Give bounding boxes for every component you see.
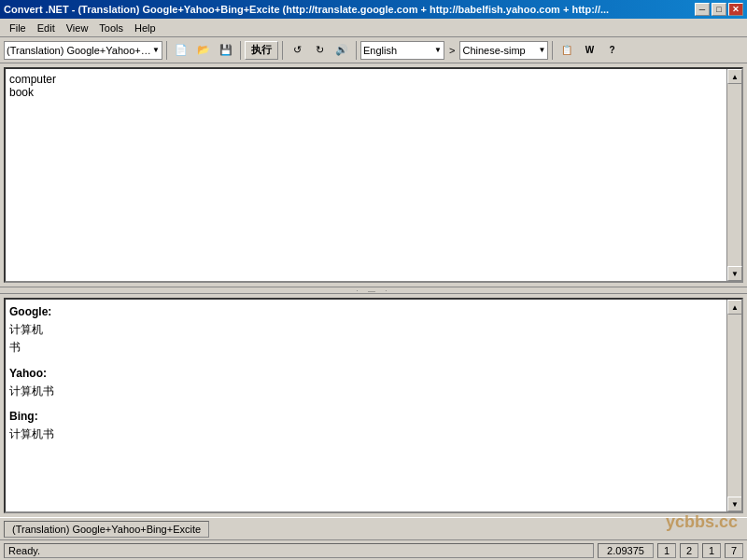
status-version: 2.09375 <box>598 543 654 558</box>
input-scrollbar: ▲ ▼ <box>726 69 741 281</box>
output-bing-label: Bing: <box>9 408 723 426</box>
taskbar-item[interactable]: (Translation) Google+Yahoo+Bing+Excite <box>4 521 209 538</box>
maximize-icon: □ <box>716 5 721 14</box>
output-section-yahoo: Yahoo: 计算机书 <box>9 365 723 400</box>
source-lang-label: English <box>363 45 434 56</box>
undo-button[interactable]: ↺ <box>287 40 307 61</box>
close-icon: ✕ <box>732 5 740 14</box>
menu-file[interactable]: File <box>4 21 32 35</box>
output-yahoo-label: Yahoo: <box>9 365 723 383</box>
extra-icon-1: 📋 <box>561 45 572 55</box>
lang-direction-arrow: > <box>446 45 458 56</box>
output-section-bing: Bing: 计算机书 <box>9 408 723 443</box>
separator-5 <box>552 41 553 60</box>
redo-button[interactable]: ↻ <box>309 40 330 61</box>
output-bing-text: 计算机书 <box>9 426 723 443</box>
taskbar: (Translation) Google+Yahoo+Bing+Excite <box>0 517 747 539</box>
window-title: Convert .NET - (Translation) Google+Yaho… <box>4 4 695 15</box>
profile-dropdown[interactable]: (Translation) Google+Yahoo+Bing+E ▼ <box>4 41 162 60</box>
status-page3: 1 <box>702 543 721 558</box>
menu-edit[interactable]: Edit <box>32 21 61 35</box>
watermark: ycbbs.cc <box>666 512 738 532</box>
status-page1-text: 1 <box>664 545 669 556</box>
output-content: Google: 计算机书 Yahoo: 计算机书 Bing: 计算机书 <box>6 300 726 511</box>
status-ready: Ready. <box>4 543 594 558</box>
separator-2 <box>240 41 241 60</box>
status-page1: 1 <box>657 543 676 558</box>
save-icon: 💾 <box>219 44 233 56</box>
wiki-btn[interactable]: W <box>579 40 599 61</box>
profile-dropdown-arrow: ▼ <box>152 46 160 54</box>
main-content: computer book ▲ ▼ · — · Google: 计算机书 Yah… <box>0 63 747 517</box>
new-button[interactable]: 📄 <box>171 40 191 61</box>
stop-button[interactable]: 🔊 <box>331 40 352 61</box>
toolbar: (Translation) Google+Yahoo+Bing+E ▼ 📄 📂 … <box>0 37 747 63</box>
target-lang-dropdown[interactable]: Chinese-simp ▼ <box>459 41 548 60</box>
status-page3-text: 1 <box>709 545 714 556</box>
window-controls: ─ □ ✕ <box>695 3 743 16</box>
target-lang-arrow: ▼ <box>539 46 546 54</box>
input-scroll-down[interactable]: ▼ <box>727 266 742 281</box>
menu-help[interactable]: Help <box>129 21 162 35</box>
output-yahoo-text: 计算机书 <box>9 383 723 400</box>
save-button[interactable]: 💾 <box>216 40 236 61</box>
minimize-button[interactable]: ─ <box>695 3 710 16</box>
help-icon: ? <box>609 45 614 55</box>
output-scroll-track[interactable] <box>727 315 741 497</box>
splitter[interactable]: · — · <box>0 287 747 294</box>
status-page2-text: 2 <box>686 545 692 556</box>
status-bar: Ready. 2.09375 1 2 1 7 <box>0 539 747 560</box>
separator-3 <box>282 41 283 60</box>
source-lang-dropdown[interactable]: English ▼ <box>360 41 444 60</box>
close-button[interactable]: ✕ <box>728 3 743 16</box>
redo-icon: ↻ <box>316 44 324 56</box>
menu-tools[interactable]: Tools <box>93 21 129 35</box>
status-page4: 7 <box>725 543 743 558</box>
profile-dropdown-label: (Translation) Google+Yahoo+Bing+E <box>7 45 152 56</box>
output-scroll-up[interactable]: ▲ <box>727 300 742 315</box>
input-scroll-up[interactable]: ▲ <box>727 69 742 84</box>
output-pane: Google: 计算机书 Yahoo: 计算机书 Bing: 计算机书 ▲ ▼ <box>4 298 743 513</box>
wiki-icon: W <box>585 45 594 55</box>
status-version-text: 2.09375 <box>607 545 644 556</box>
input-textarea[interactable]: computer book <box>6 69 726 281</box>
separator-1 <box>166 41 167 60</box>
splitter-dots: · — · <box>357 287 391 295</box>
undo-icon: ↺ <box>293 44 302 56</box>
separator-4 <box>356 41 357 60</box>
input-pane: computer book ▲ ▼ <box>4 67 743 283</box>
open-button[interactable]: 📂 <box>193 40 214 61</box>
title-bar: Convert .NET - (Translation) Google+Yaho… <box>0 0 747 19</box>
target-lang-label: Chinese-simp <box>462 45 538 56</box>
extra-btn-1[interactable]: 📋 <box>557 40 577 61</box>
taskbar-item-label: (Translation) Google+Yahoo+Bing+Excite <box>12 524 201 535</box>
minimize-icon: ─ <box>699 5 705 14</box>
status-ready-text: Ready. <box>8 545 40 556</box>
output-scrollbar: ▲ ▼ <box>726 300 741 511</box>
status-page4-text: 7 <box>731 545 737 556</box>
new-icon: 📄 <box>175 44 188 56</box>
output-scroll-down[interactable]: ▼ <box>727 497 742 511</box>
source-lang-arrow: ▼ <box>434 46 442 54</box>
execute-button[interactable]: 执行 <box>245 41 278 60</box>
menu-view[interactable]: View <box>61 21 94 35</box>
input-scroll-track[interactable] <box>727 84 741 266</box>
stop-icon: 🔊 <box>335 44 348 56</box>
output-section-google: Google: 计算机书 <box>9 303 723 357</box>
status-page2: 2 <box>680 543 698 558</box>
open-icon: 📂 <box>197 44 210 56</box>
output-google-label: Google: <box>9 303 723 321</box>
output-google-text: 计算机书 <box>9 321 723 357</box>
maximize-button[interactable]: □ <box>712 3 726 16</box>
help-btn-toolbar[interactable]: ? <box>601 40 622 61</box>
menu-bar: File Edit View Tools Help <box>0 19 747 37</box>
